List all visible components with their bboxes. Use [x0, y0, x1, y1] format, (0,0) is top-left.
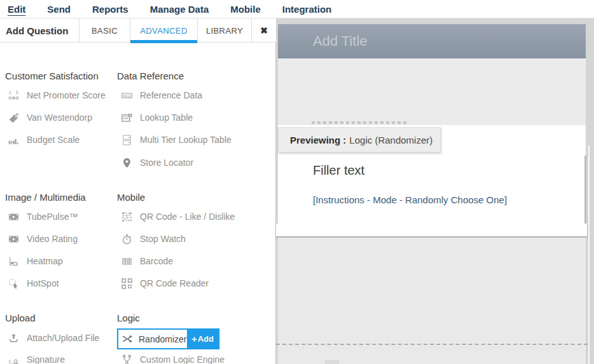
question-type-label: Heatmap — [27, 256, 63, 266]
question-type-label: Custom Logic Engine — [140, 354, 224, 364]
nav-mobile[interactable]: Mobile — [230, 4, 261, 15]
previewing-tooltip: Previewing : Logic (Randomizer) — [278, 127, 441, 152]
question-type-label: Randomizer — [139, 334, 186, 344]
nav-reports[interactable]: Reports — [92, 4, 128, 15]
question-type-net-promoter-score[interactable]: 15 Net Promoter Score — [8, 86, 106, 105]
previewing-tooltip-value: Logic (Randomizer) — [349, 135, 432, 145]
multi-tier-lookup-icon — [121, 134, 133, 145]
video-film-icon — [8, 211, 20, 222]
map-pin-icon — [121, 157, 133, 168]
tab-basic[interactable]: BASIC — [79, 18, 130, 43]
tab-library[interactable]: LIBRARY — [197, 18, 251, 43]
survey-builder-screen: Edit Send Reports Manage Data Mobile Int… — [0, 0, 594, 364]
qr-reader-icon — [121, 278, 133, 289]
question-type-qr-code-like-dislike[interactable]: QR Code - Like / Dislike — [121, 207, 235, 226]
question-type-hotspot[interactable]: HotSpot — [8, 274, 59, 293]
section-logic: Logic — [117, 313, 140, 323]
question-type-heatmap[interactable]: Heatmap — [8, 252, 63, 271]
scrollbar-track[interactable] — [588, 145, 590, 364]
question-type-label: Van Westendorp — [27, 112, 92, 123]
heatmap-icon — [8, 255, 20, 267]
question-type-label: Lookup Table — [140, 112, 193, 123]
section-mobile: Mobile — [117, 192, 145, 203]
hotspot-cursor-icon — [8, 278, 20, 289]
add-randomizer-button[interactable]: +Add — [187, 330, 218, 348]
upload-icon — [8, 332, 20, 344]
add-question-panel: Add Question BASIC ADVANCED LIBRARY ✖ Cu… — [0, 18, 276, 364]
obscured-text-fragment — [312, 121, 408, 124]
survey-title-placeholder: Add Title — [313, 33, 368, 50]
section-image-multimedia: Image / Multimedia — [5, 192, 86, 203]
question-type-label: Store Locator — [140, 158, 193, 168]
close-icon: ✖ — [260, 25, 268, 36]
question-type-label: Stop Watch — [140, 234, 186, 244]
preview-lower-area — [278, 238, 586, 364]
panel-header: Add Question BASIC ADVANCED LIBRARY ✖ — [0, 18, 276, 43]
question-title: Filler text — [313, 163, 364, 178]
svg-text:x: x — [8, 359, 11, 363]
barcode-icon — [121, 255, 133, 267]
preview-footer-strip — [276, 224, 587, 236]
tab-advanced[interactable]: ADVANCED — [130, 18, 197, 43]
stopwatch-icon — [121, 233, 133, 245]
question-type-label: Signature — [27, 354, 65, 364]
question-type-lookup-table[interactable]: Lookup Table — [121, 108, 193, 127]
survey-description-block[interactable] — [278, 58, 586, 125]
svg-text:1: 1 — [9, 90, 11, 95]
top-nav: Edit Send Reports Manage Data Mobile Int… — [0, 0, 594, 18]
survey-preview-panel: Add Title Filler text [Instructions - Mo… — [276, 18, 594, 364]
previewing-tooltip-prefix: Previewing : — [290, 135, 346, 145]
hidden-element-fragment — [325, 360, 339, 364]
logic-branch-icon — [121, 354, 133, 364]
shuffle-icon — [121, 334, 134, 345]
question-instructions: [Instructions - Mode - Randomly Choose O… — [313, 194, 507, 205]
nps-scale-icon: 15 — [8, 90, 20, 101]
question-type-label: QR Code Reader — [140, 278, 209, 288]
question-type-label: HotSpot — [27, 278, 59, 288]
question-type-tubepulse[interactable]: TubePulse™ — [8, 207, 78, 226]
nav-manage-data[interactable]: Manage Data — [150, 4, 209, 15]
question-type-label: Net Promoter Score — [27, 90, 106, 100]
lookup-table-icon — [121, 112, 133, 123]
question-type-attach-upload-file[interactable]: Attach/Upload File — [8, 328, 99, 347]
signature-icon: x — [8, 354, 20, 364]
section-data-reference: Data Reference — [117, 71, 184, 81]
question-type-qr-code-reader[interactable]: QR Code Reader — [121, 274, 209, 293]
question-type-label: Barcode — [140, 256, 173, 266]
question-type-multi-tier-lookup-table[interactable]: Multi Tier Lookup Table — [121, 130, 231, 149]
question-type-randomizer[interactable]: Randomizer +Add — [117, 328, 219, 349]
question-type-budget-scale[interactable]: $ Budget Scale — [8, 130, 79, 149]
panel-title: Add Question — [0, 18, 79, 43]
question-type-store-locator[interactable]: Store Locator — [121, 153, 193, 172]
page-break-divider — [276, 344, 588, 345]
scrollbar-thumb[interactable] — [584, 156, 586, 224]
svg-text:5: 5 — [16, 90, 18, 95]
question-type-signature[interactable]: x Signature — [8, 350, 65, 364]
question-type-van-westendorp[interactable]: Van Westendorp — [8, 108, 92, 127]
question-type-stop-watch[interactable]: Stop Watch — [121, 229, 186, 248]
budget-bars-icon: $ — [8, 134, 20, 145]
section-upload: Upload — [5, 313, 36, 323]
question-type-label: Attach/Upload File — [27, 333, 99, 343]
question-type-reference-data[interactable]: 94122 Reference Data — [121, 86, 202, 105]
question-type-barcode[interactable]: Barcode — [121, 252, 173, 271]
question-type-custom-logic-engine[interactable]: Custom Logic Engine — [121, 350, 224, 364]
qr-code-icon — [121, 211, 133, 222]
add-button-label: Add — [198, 334, 214, 344]
question-type-label: Budget Scale — [27, 135, 79, 145]
reference-data-icon: 94122 — [121, 90, 133, 101]
section-customer-satisfaction: Customer Satisfaction — [5, 71, 99, 81]
question-type-video-rating[interactable]: Video Rating — [8, 229, 78, 248]
nav-send[interactable]: Send — [47, 4, 71, 15]
survey-title-bar[interactable]: Add Title — [278, 24, 586, 58]
question-type-label: TubePulse™ — [27, 212, 78, 222]
close-panel-button[interactable]: ✖ — [251, 18, 276, 43]
video-film-icon — [8, 233, 20, 245]
question-type-label: Multi Tier Lookup Table — [140, 135, 231, 145]
nav-edit[interactable]: Edit — [8, 4, 25, 15]
price-tag-icon — [8, 112, 20, 123]
question-type-label: Video Rating — [27, 234, 78, 244]
plus-icon: + — [191, 334, 197, 344]
nav-integration[interactable]: Integration — [282, 4, 332, 15]
question-type-label: QR Code - Like / Dislike — [140, 212, 235, 222]
